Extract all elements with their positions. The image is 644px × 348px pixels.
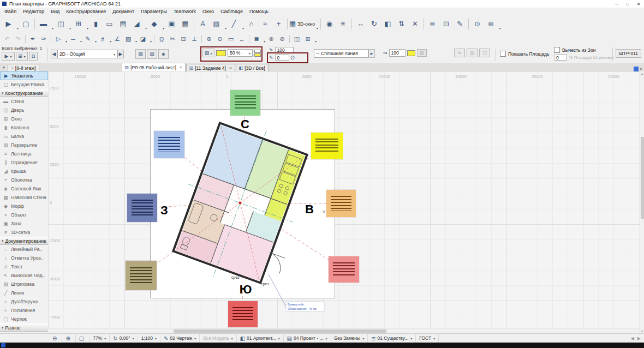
- zoom-level[interactable]: 77%: [90, 334, 110, 343]
- menu-item[interactable]: Cadimage: [217, 9, 246, 14]
- partial-structure-display[interactable]: Вся Модель: [200, 334, 236, 343]
- toolbox-skylight[interactable]: ◈ Световой Люк: [0, 184, 48, 193]
- multiply-icon[interactable]: ✕: [408, 17, 422, 31]
- mirror-icon[interactable]: ◧: [381, 17, 395, 31]
- toolbox-morph[interactable]: ◆ Морф: [0, 202, 48, 211]
- toolbox-pointer[interactable]: ▶ Указатель: [0, 71, 48, 80]
- note-green[interactable]: [230, 90, 260, 116]
- pan-icon[interactable]: ↔: [236, 34, 247, 44]
- no-pen-icon[interactable]: ∅: [291, 55, 295, 61]
- camera-icon[interactable]: ◉: [323, 17, 336, 31]
- menu-item[interactable]: Окно: [199, 9, 217, 14]
- new-window-icon[interactable]: ◫: [291, 34, 302, 44]
- toolbox-object[interactable]: ◗ Объект: [0, 211, 48, 219]
- elevate-icon[interactable]: ⇅: [395, 17, 408, 31]
- tab-close-icon[interactable]: ×: [180, 65, 182, 70]
- line-tool-icon[interactable]: ╱: [227, 17, 245, 31]
- toolbox-drawing[interactable]: ▢ Чертеж: [0, 315, 48, 323]
- line-weight-icon[interactable]: ─: [68, 34, 82, 44]
- marquee-tool-icon[interactable]: ▢: [19, 17, 33, 31]
- menu-item[interactable]: Документ: [109, 9, 138, 14]
- graphic-override[interactable]: Без Замены: [331, 334, 368, 343]
- wall-tool-icon[interactable]: ▬: [37, 17, 54, 31]
- subtract-zones-checkbox[interactable]: [554, 47, 560, 53]
- snap-grid-icon[interactable]: #: [97, 34, 112, 44]
- note-blue[interactable]: [154, 131, 184, 158]
- toolbox-label[interactable]: ↖ Выносная Над..: [0, 271, 48, 280]
- menu-item[interactable]: Файл: [1, 9, 20, 14]
- view-next-icon[interactable]: ▶: [117, 50, 124, 58]
- geometry-method-button[interactable]: ⊞▾: [16, 52, 28, 61]
- toolbox-linear-dimension[interactable]: ↔ Линейный Ра..: [0, 245, 48, 254]
- toolbox-door[interactable]: ◫ Дверь: [0, 106, 48, 115]
- toolbox-marquee[interactable]: ▢ Бегущая Рамка: [0, 80, 48, 89]
- drawing-scale[interactable]: 1:100: [138, 334, 160, 343]
- close-button[interactable]: ✕: [633, 0, 644, 8]
- toolbox-curtain-wall[interactable]: ▦ Навесная Стена: [0, 193, 48, 202]
- toolbox-section-document[interactable]: Документирование: [0, 237, 48, 245]
- status-next-icon[interactable]: ▶: [637, 336, 641, 341]
- organize-icon[interactable]: ⊞: [302, 34, 317, 44]
- sun-study-icon[interactable]: ✳: [336, 17, 350, 31]
- toolbox-fill[interactable]: ▨ Штриховка: [0, 280, 48, 289]
- coordinate-icon[interactable]: ∠: [112, 34, 123, 44]
- note-navy[interactable]: [127, 194, 157, 222]
- dimension-icon[interactable]: ⊡: [439, 17, 453, 31]
- tab-8th-floor[interactable]: ⌂ [8-й этаж]: [8, 64, 39, 71]
- selection-settings-button[interactable]: ▶▾: [2, 52, 15, 61]
- hatch-name-button[interactable]: ШТР-011: [616, 49, 641, 58]
- orientation[interactable]: ↻ 0,00°: [110, 334, 138, 343]
- fill-color-swatch[interactable]: [216, 50, 226, 56]
- arrow-tool-icon[interactable]: ▶: [2, 17, 19, 31]
- quick-options-icon[interactable]: [634, 67, 639, 71]
- zoom-in-icon[interactable]: ⊕: [204, 34, 214, 44]
- line-pen-field[interactable]: 100: [389, 49, 406, 57]
- status-prev-icon[interactable]: ◀: [631, 336, 634, 341]
- taskbar-app-icon[interactable]: [1, 343, 5, 347]
- zoom-in-icon[interactable]: ⊕: [62, 334, 75, 343]
- layer-combination[interactable]: ◧ 01 Архитект...: [237, 334, 284, 343]
- toolbox-section-misc[interactable]: Разное: [0, 323, 48, 332]
- menu-item[interactable]: Помощь: [246, 9, 272, 14]
- menu-item[interactable]: Вид: [47, 9, 63, 14]
- contour-pen-field[interactable]: 0: [275, 55, 289, 61]
- vertical-scroll-thumb[interactable]: [641, 137, 644, 219]
- tab-close-icon[interactable]: ×: [229, 65, 232, 70]
- group-icon[interactable]: ⊚: [266, 34, 277, 44]
- toolbox-window[interactable]: ⊞ Окно: [0, 115, 48, 123]
- pen-set[interactable]: ✎ 02 Чертеж: [160, 334, 200, 343]
- adjust-icon[interactable]: ⊟: [178, 34, 189, 44]
- renovation-filter[interactable]: ≣ 01 Существу...: [368, 334, 416, 343]
- toolbox-stair[interactable]: ≡ Лестница: [0, 149, 48, 158]
- note-yellow[interactable]: [311, 133, 343, 159]
- options-icon[interactable]: ⊛: [484, 17, 502, 31]
- pen-number-field[interactable]: 100: [275, 47, 294, 53]
- layer-settings-icon[interactable]: ≣: [251, 34, 266, 44]
- tab-list-dropdown-icon[interactable]: ▾: [0, 64, 8, 71]
- menu-item[interactable]: Конструирование: [63, 9, 109, 14]
- minimize-button[interactable]: ─: [611, 0, 622, 8]
- view-prev-icon[interactable]: ◀: [51, 50, 57, 58]
- dimension-style[interactable]: ▤ 04 Проект - ...: [284, 334, 331, 343]
- column-tool-icon[interactable]: ▮: [89, 17, 103, 31]
- split-icon[interactable]: ✂: [167, 34, 178, 44]
- vertical-scrollbar[interactable]: ▲ ▼: [640, 71, 644, 333]
- note-olive[interactable]: [126, 261, 157, 290]
- mesh-tool-icon[interactable]: ▦: [178, 17, 192, 31]
- beam-tool-icon[interactable]: ▭: [103, 17, 116, 31]
- annotation-icon[interactable]: ✎: [453, 17, 467, 31]
- fit-in-window-icon[interactable]: ▢: [76, 334, 90, 343]
- zoom-box-icon[interactable]: ▭: [225, 34, 236, 44]
- arc-tool-icon[interactable]: ∩: [245, 17, 258, 31]
- perpendicular-icon[interactable]: ⊥: [189, 34, 200, 44]
- arrow-options-icon[interactable]: ▷: [53, 34, 68, 44]
- toolbox-section-design[interactable]: Конструирование: [0, 89, 48, 97]
- hotspot-tool-icon[interactable]: +: [272, 17, 285, 31]
- ungroup-icon[interactable]: ⊘: [277, 34, 288, 44]
- hatch-percent-field[interactable]: 0: [554, 55, 567, 61]
- snap-magnet-icon[interactable]: Ω: [156, 34, 167, 44]
- note-salmon[interactable]: [329, 256, 359, 283]
- fill-pattern-button-2[interactable]: ▤: [147, 49, 157, 59]
- standard[interactable]: ГОСТ: [416, 334, 439, 343]
- magnet-icon[interactable]: Ω: [29, 52, 38, 61]
